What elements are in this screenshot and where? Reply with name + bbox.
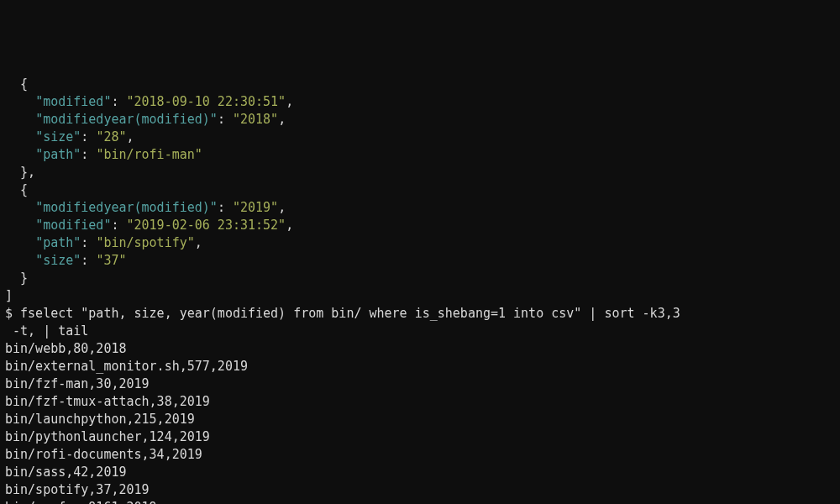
command-line: $ fselect "path, size, year(modified) fr… [5,306,680,321]
csv-row: bin/zzzfoo,9161,2019 [5,500,157,504]
json-line: "modified": "2019-02-06 23:31:52", [5,218,293,233]
csv-row: bin/fzf-tmux-attach,38,2019 [5,394,210,409]
csv-row: bin/pythonlauncher,124,2019 [5,429,210,444]
json-line: }, [5,165,35,180]
prompt-symbol: $ [5,306,20,321]
json-line: "modifiedyear(modified)": "2018", [5,112,286,127]
csv-row: bin/external_monitor.sh,577,2019 [5,359,248,374]
json-line: } [5,270,28,286]
json-line: "path": "bin/spotify", [5,235,202,250]
json-line: "path": "bin/rofi-man" [5,147,202,162]
command-line-continuation: -t, | tail [5,323,88,339]
terminal-output[interactable]: { "modified": "2018-09-10 22:30:51", "mo… [5,76,835,504]
json-line: "size": "37" [5,253,127,268]
json-line: { [5,76,28,92]
csv-row: bin/rofi-documents,34,2019 [5,447,202,462]
json-line: ] [5,288,13,303]
json-line: "size": "28", [5,129,134,144]
json-line: { [5,182,28,197]
csv-row: bin/spotify,37,2019 [5,482,150,497]
csv-row: bin/sass,42,2019 [5,465,127,480]
json-line: "modifiedyear(modified)": "2019", [5,200,286,215]
json-line: "modified": "2018-09-10 22:30:51", [5,94,293,109]
csv-row: bin/fzf-man,30,2019 [5,376,150,391]
csv-row: bin/webb,80,2018 [5,341,127,356]
csv-row: bin/launchpython,215,2019 [5,412,195,427]
